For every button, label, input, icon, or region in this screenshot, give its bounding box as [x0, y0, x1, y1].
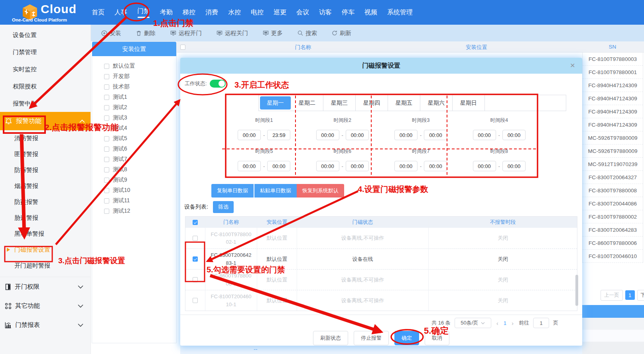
nav-item[interactable]: 消费 [204, 7, 220, 18]
end-time-input[interactable]: 00:00 [267, 161, 290, 171]
sidebar-item[interactable]: 门禁管理 [0, 43, 91, 61]
location-item[interactable]: 测试5 [92, 133, 176, 144]
sidebar-group-open-permission[interactable]: 开门权限 [0, 277, 91, 296]
nav-item[interactable]: 水控 [226, 7, 242, 18]
search-button[interactable]: 搜索 [297, 29, 317, 37]
weekday-tab[interactable]: 星期二 [291, 95, 323, 111]
start-time-input[interactable]: 00:00 [238, 161, 261, 171]
work-status-toggle[interactable] [210, 80, 226, 88]
nav-item[interactable]: 系统管理 [386, 7, 414, 18]
location-item[interactable]: 默认位置 [92, 61, 176, 71]
nav-item[interactable]: 视频 [363, 7, 379, 18]
location-checkbox[interactable] [104, 209, 109, 214]
sidebar-subitem[interactable]: 黑名单警报 [0, 226, 91, 242]
sidebar-group-alarm-functions[interactable]: 报警功能 [0, 112, 91, 130]
sidebar-subitem[interactable]: 消防警报 [0, 130, 91, 146]
next-page-arrow[interactable]: › [510, 320, 515, 327]
location-item[interactable]: 测试10 [92, 185, 176, 196]
nav-item[interactable]: 停车 [340, 7, 356, 18]
cancel-button[interactable]: 取消 [425, 331, 449, 345]
sidebar-group-access-reports[interactable]: 门禁报表 [0, 315, 91, 334]
location-checkbox[interactable] [104, 126, 109, 131]
scrollbar-thumb[interactable] [575, 275, 578, 306]
location-item[interactable]: 测试3 [92, 113, 176, 123]
weekday-tab[interactable]: 星期一 [260, 96, 291, 110]
location-checkbox[interactable] [104, 64, 109, 69]
location-checkbox[interactable] [104, 74, 109, 79]
location-checkbox[interactable] [104, 84, 109, 90]
weekday-tab[interactable]: 星期三 [323, 95, 356, 111]
sidebar-subitem[interactable]: 防拆警报 [0, 162, 91, 178]
location-item[interactable]: 测试2 [92, 102, 176, 113]
nav-item[interactable]: 首页 [90, 7, 106, 18]
refresh-status-button[interactable]: 刷新状态 [313, 331, 348, 345]
location-item[interactable]: 测试7 [92, 154, 176, 164]
current-page[interactable]: 1 [504, 320, 506, 326]
prev-page-button[interactable]: 上一页 [601, 290, 623, 301]
remote-close-button[interactable]: 远程关门 [217, 29, 248, 37]
end-time-input[interactable]: 00:00 [502, 130, 526, 140]
location-checkbox[interactable] [104, 95, 109, 100]
sidebar-subitem[interactable]: 开门超时警报 [0, 258, 91, 274]
end-time-input[interactable]: 00:00 [424, 161, 447, 171]
device-checkbox[interactable] [193, 298, 198, 303]
location-checkbox[interactable] [104, 178, 109, 183]
weekday-tab[interactable]: 星期四 [356, 95, 388, 111]
device-checkbox[interactable] [193, 236, 198, 241]
remote-open-button[interactable]: 远程开门 [170, 29, 202, 37]
sidebar-group-other-functions[interactable]: 其它功能 [0, 296, 91, 315]
weekday-tab[interactable]: 星期六 [420, 95, 453, 111]
sidebar-item[interactable]: 设备位置 [0, 26, 91, 43]
end-time-input[interactable]: 00:00 [346, 161, 369, 171]
location-checkbox[interactable] [104, 157, 109, 162]
current-page-button[interactable]: 1 [625, 290, 635, 300]
location-checkbox[interactable] [104, 188, 109, 193]
start-time-input[interactable]: 00:00 [394, 161, 418, 171]
location-item[interactable]: 测试1 [92, 92, 176, 102]
select-all-devices-checkbox[interactable] [193, 220, 198, 225]
location-item[interactable]: 技术部 [92, 82, 176, 92]
sidebar-item[interactable]: 权限授权 [0, 78, 91, 95]
next-page-button[interactable]: 下一页 [637, 290, 644, 301]
nav-item[interactable]: 门禁 [136, 6, 152, 20]
location-checkbox[interactable] [104, 105, 109, 110]
location-checkbox[interactable] [104, 198, 109, 203]
location-item[interactable]: 测试11 [92, 196, 176, 206]
end-time-input[interactable]: 00:00 [424, 130, 447, 140]
nav-item[interactable]: 访客 [317, 7, 333, 18]
location-checkbox[interactable] [104, 167, 109, 172]
location-item[interactable]: 测试8 [92, 164, 176, 175]
install-button[interactable]: 安装 [101, 29, 121, 37]
stop-alarm-button[interactable]: 停止报警 [354, 331, 389, 345]
location-checkbox[interactable] [104, 147, 109, 152]
refresh-button[interactable]: 刷新 [332, 29, 351, 37]
device-checkbox[interactable] [193, 256, 198, 262]
start-time-input[interactable]: 00:00 [473, 161, 496, 171]
sidebar-item[interactable]: 实时监控 [0, 61, 91, 78]
install-location-panel-title[interactable]: 安装位置 [92, 42, 176, 56]
copy-day-button[interactable]: 复制单日数据 [211, 184, 254, 198]
sidebar-subitem[interactable]: 匪警警报 [0, 146, 91, 162]
filter-button[interactable]: 筛选 [213, 201, 234, 213]
weekday-tab[interactable]: 星期五 [388, 95, 420, 111]
goto-page-input[interactable] [533, 318, 549, 328]
end-time-input[interactable]: 23:59 [267, 130, 290, 140]
end-time-input[interactable]: 00:00 [502, 161, 526, 171]
nav-item[interactable]: 梯控 [181, 7, 197, 18]
start-time-input[interactable]: 00:00 [316, 161, 339, 171]
location-item[interactable]: 开发部 [92, 71, 176, 82]
start-time-input[interactable]: 00:00 [473, 130, 496, 140]
sidebar-item[interactable]: 报警中心 [0, 95, 91, 112]
nav-item[interactable]: 巡更 [272, 7, 288, 18]
location-item[interactable]: 测试4 [92, 123, 176, 133]
sidebar-subitem[interactable]: 烟感警报 [0, 178, 91, 194]
location-checkbox[interactable] [104, 115, 109, 121]
location-checkbox[interactable] [104, 136, 109, 141]
prev-page-arrow[interactable]: ‹ [495, 320, 500, 327]
end-time-input[interactable]: 00:00 [346, 130, 369, 140]
confirm-button[interactable]: 确定 [394, 331, 419, 345]
start-time-input[interactable]: 00:00 [394, 130, 418, 140]
start-time-input[interactable]: 00:00 [316, 130, 339, 140]
delete-button[interactable]: 删除 [136, 29, 156, 37]
restore-default-button[interactable]: 恢复到系统默认 [297, 184, 344, 198]
